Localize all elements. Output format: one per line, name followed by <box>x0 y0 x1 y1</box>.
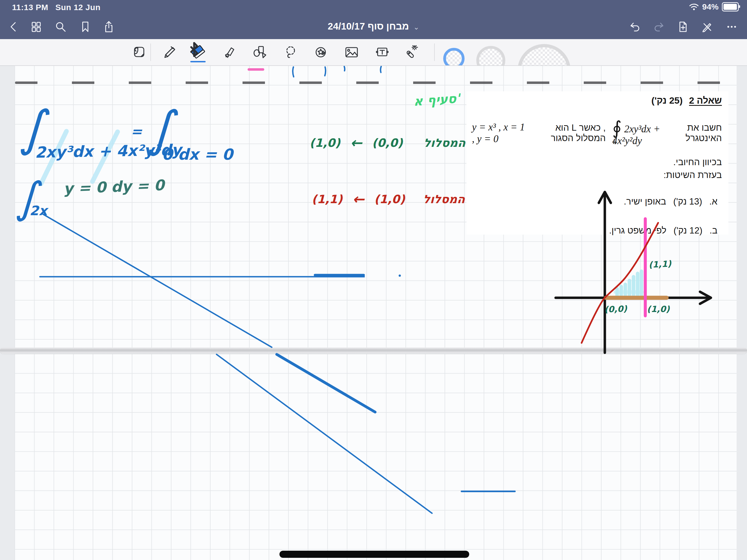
image-tool-icon[interactable] <box>343 44 360 60</box>
question-points: (25 נק') <box>651 95 682 105</box>
undo-button[interactable] <box>628 20 642 34</box>
status-left: 11:13 PMSun 12 Jun <box>12 3 107 12</box>
exit-edit-mode-button[interactable] <box>700 20 714 34</box>
lasso-tool-icon[interactable] <box>282 44 299 60</box>
battery-icon <box>722 2 739 11</box>
hw-second-expr: 2x <box>29 203 47 218</box>
status-time: 11:13 PM <box>12 3 48 12</box>
sticker-tool-icon[interactable] <box>313 44 329 60</box>
question-item-a: א. (13 נק') באופן ישיר. <box>472 196 718 207</box>
hw-red-path: (1,1) ← (1,0) המסלול <box>312 191 465 207</box>
bluetooth-icon <box>186 42 202 57</box>
page-panel-icon[interactable] <box>131 44 147 60</box>
question-image[interactable]: שאלה 2 (25 נק') חשבו את האינטגרל ∮L 2xy³… <box>466 91 728 235</box>
graph-label-1-0: (1,0) <box>647 304 670 314</box>
hw-equation-rhs: 0 dx = 0 <box>162 146 233 163</box>
question-item-b: ב. (12 נק') לפי משפט גרין. <box>472 225 718 236</box>
status-right: 94% <box>689 2 739 11</box>
notebook-page-2[interactable] <box>15 354 737 560</box>
eraser-size-medium[interactable] <box>476 46 505 66</box>
question-where: , כאשר L הוא המסלול הסגור <box>534 123 606 143</box>
question-heading: שאלה 2 <box>689 95 722 105</box>
graph-label-1-1: (1,1) <box>648 259 672 270</box>
eraser-size-small[interactable] <box>443 48 465 66</box>
chevron-down-icon: ⌄ <box>413 23 419 31</box>
drawing-toolbar <box>0 39 747 66</box>
question-integral: ∮L 2xy³dx + 4x²y²dy <box>612 119 666 147</box>
graph-label-origin: (0,0) <box>604 304 627 314</box>
pen-tool-icon[interactable] <box>161 44 177 60</box>
page-separator <box>0 348 747 354</box>
highlighter-tool-icon[interactable] <box>221 44 237 60</box>
header-bar: 11:13 PMSun 12 Jun 94% מבחן סוף 24/10/17… <box>0 0 747 39</box>
wifi-icon <box>689 3 699 11</box>
hw-equals: = <box>131 124 142 139</box>
status-date: Sun 12 Jun <box>55 3 100 12</box>
eraser-tool-icon[interactable] <box>190 44 206 60</box>
laser-pointer-tool-icon[interactable] <box>403 44 419 60</box>
selected-tool-underline <box>190 61 206 62</box>
add-page-button[interactable] <box>676 20 690 34</box>
handdrawn-dashed-line <box>15 81 726 84</box>
redo-button[interactable] <box>652 20 666 34</box>
home-indicator[interactable] <box>279 551 469 558</box>
text-tool-icon[interactable] <box>374 44 390 60</box>
eraser-size-large[interactable] <box>518 44 571 66</box>
question-intro: חשבו את האינטגרל <box>673 123 722 143</box>
hw-substitution: y = 0 dy = 0 <box>63 177 164 198</box>
question-direction: בכיוון החיובי. <box>472 157 722 167</box>
more-options-button[interactable] <box>725 20 739 34</box>
shapes-tool-icon[interactable] <box>252 44 268 60</box>
battery-percent: 94% <box>702 2 719 11</box>
question-methods: בעזרת השיטות: <box>472 170 722 180</box>
question-conditions: y = x³ , x = 1 , y = 0 <box>472 121 527 145</box>
hw-green-path: (1,0) ← (0,0) המסלול <box>310 134 465 151</box>
